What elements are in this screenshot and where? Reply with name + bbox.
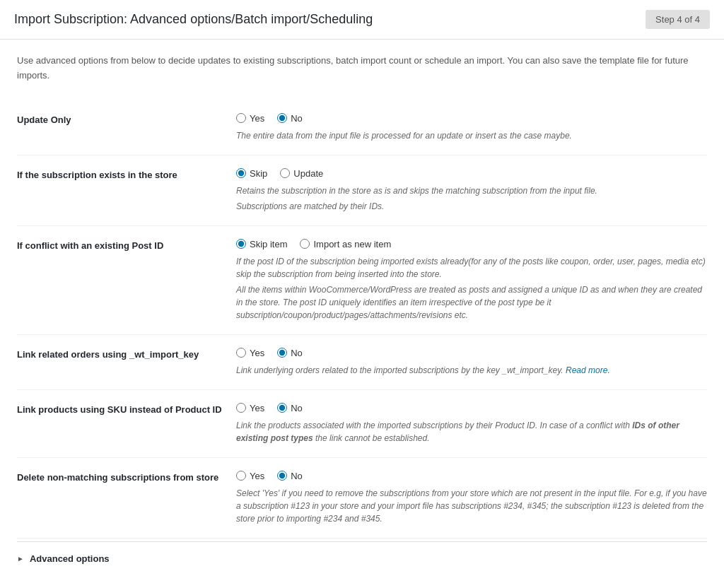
read-more-link[interactable]: Read more. [566, 365, 610, 375]
option-label-conflict_post_id: If conflict with an existing Post ID [17, 239, 236, 251]
option-row-link_orders: Link related orders using _wt_import_key… [17, 335, 707, 390]
bold-text-link_products_sku: IDs of other existing post types [236, 421, 679, 443]
page-header: Import Subscription: Advanced options/Ba… [0, 0, 724, 40]
radio-input-subscription_exists-update[interactable] [280, 168, 290, 178]
radio-item-conflict_post_id-skip_item[interactable]: Skip item [236, 239, 287, 249]
option-label-link_orders: Link related orders using _wt_import_key [17, 348, 236, 360]
radio-item-link_orders-no[interactable]: No [277, 348, 303, 358]
radio-label-link_products_sku-yes: Yes [250, 403, 264, 413]
radio-input-link_orders-yes[interactable] [236, 348, 246, 358]
option-label-subscription_exists: If the subscription exists in the store [17, 168, 236, 180]
option-controls-link_orders: YesNoLink underlying orders related to t… [236, 348, 707, 377]
radio-group-update_only: YesNo [236, 113, 707, 124]
radio-item-conflict_post_id-import_new[interactable]: Import as new item [300, 239, 391, 249]
option-row-delete_non_matching: Delete non-matching subscriptions from s… [17, 458, 707, 539]
intro-text: Use advanced options from below to decid… [17, 54, 707, 83]
radio-label-subscription_exists-update: Update [293, 168, 323, 179]
radio-item-update_only-yes[interactable]: Yes [236, 113, 264, 124]
radio-item-link_products_sku-no[interactable]: No [277, 403, 303, 413]
radio-group-link_orders: YesNo [236, 348, 707, 358]
radio-label-link_orders-no: No [291, 348, 303, 358]
option-controls-subscription_exists: SkipUpdateRetains the subscription in th… [236, 168, 707, 213]
option-row-link_products_sku: Link products using SKU instead of Produ… [17, 390, 707, 458]
option-controls-delete_non_matching: YesNoSelect 'Yes' if you need to remove … [236, 471, 707, 525]
options-container: Update OnlyYesNoThe entire data from the… [17, 100, 707, 539]
chevron-right-icon: ► [17, 555, 24, 563]
option-desc2-conflict_post_id: All the items within WooCommerce/WordPre… [236, 283, 707, 322]
page-wrapper: Import Subscription: Advanced options/Ba… [0, 0, 724, 588]
radio-group-link_products_sku: YesNo [236, 403, 707, 413]
option-desc-delete_non_matching: Select 'Yes' if you need to remove the s… [236, 487, 707, 525]
option-row-conflict_post_id: If conflict with an existing Post IDSkip… [17, 226, 707, 335]
radio-item-delete_non_matching-no[interactable]: No [277, 471, 303, 481]
option-controls-conflict_post_id: Skip itemImport as new itemIf the post I… [236, 239, 707, 322]
radio-label-subscription_exists-skip: Skip [250, 168, 267, 179]
radio-group-subscription_exists: SkipUpdate [236, 168, 707, 179]
option-label-delete_non_matching: Delete non-matching subscriptions from s… [17, 471, 236, 483]
radio-input-update_only-yes[interactable] [236, 113, 246, 123]
radio-item-link_products_sku-yes[interactable]: Yes [236, 403, 264, 413]
radio-item-delete_non_matching-yes[interactable]: Yes [236, 471, 264, 481]
radio-input-link_orders-no[interactable] [277, 348, 287, 358]
radio-input-conflict_post_id-import_new[interactable] [300, 239, 310, 249]
radio-label-link_orders-yes: Yes [250, 348, 264, 358]
step-badge: Step 4 of 4 [646, 10, 710, 29]
radio-item-link_orders-yes[interactable]: Yes [236, 348, 264, 358]
radio-group-conflict_post_id: Skip itemImport as new item [236, 239, 707, 249]
radio-input-delete_non_matching-yes[interactable] [236, 471, 246, 481]
advanced-section: ► Advanced options [17, 541, 707, 575]
option-desc-link_orders: Link underlying orders related to the im… [236, 364, 707, 377]
radio-item-update_only-no[interactable]: No [277, 113, 303, 124]
option-controls-link_products_sku: YesNoLink the products associated with t… [236, 403, 707, 445]
radio-input-link_products_sku-yes[interactable] [236, 403, 246, 413]
option-label-link_products_sku: Link products using SKU instead of Produ… [17, 403, 236, 415]
option-row-subscription_exists: If the subscription exists in the storeS… [17, 155, 707, 226]
radio-group-delete_non_matching: YesNo [236, 471, 707, 481]
option-desc-link_products_sku: Link the products associated with the im… [236, 419, 707, 445]
radio-label-conflict_post_id-skip_item: Skip item [250, 239, 287, 249]
radio-input-conflict_post_id-skip_item[interactable] [236, 239, 246, 249]
advanced-toggle-label: Advanced options [30, 553, 110, 564]
radio-input-subscription_exists-skip[interactable] [236, 168, 246, 178]
option-desc2-subscription_exists: Subscriptions are matched by their IDs. [236, 200, 707, 213]
radio-label-conflict_post_id-import_new: Import as new item [313, 239, 391, 249]
radio-label-delete_non_matching-no: No [291, 471, 303, 481]
option-desc-conflict_post_id: If the post ID of the subscription being… [236, 255, 707, 281]
radio-label-link_products_sku-no: No [291, 403, 303, 413]
option-desc-subscription_exists: Retains the subscription in the store as… [236, 184, 707, 197]
option-label-update_only: Update Only [17, 113, 236, 125]
radio-label-update_only-yes: Yes [250, 113, 264, 124]
radio-label-delete_non_matching-yes: Yes [250, 471, 264, 481]
radio-input-link_products_sku-no[interactable] [277, 403, 287, 413]
radio-item-subscription_exists-skip[interactable]: Skip [236, 168, 267, 179]
radio-item-subscription_exists-update[interactable]: Update [280, 168, 323, 179]
radio-input-delete_non_matching-no[interactable] [277, 471, 287, 481]
radio-input-update_only-no[interactable] [277, 113, 287, 123]
content-area: Use advanced options from below to decid… [0, 40, 724, 588]
option-desc-update_only: The entire data from the input file is p… [236, 129, 707, 142]
radio-label-update_only-no: No [291, 113, 303, 124]
option-row-update_only: Update OnlyYesNoThe entire data from the… [17, 100, 707, 155]
option-controls-update_only: YesNoThe entire data from the input file… [236, 113, 707, 142]
advanced-toggle[interactable]: ► Advanced options [17, 553, 707, 564]
page-title: Import Subscription: Advanced options/Ba… [14, 12, 373, 27]
